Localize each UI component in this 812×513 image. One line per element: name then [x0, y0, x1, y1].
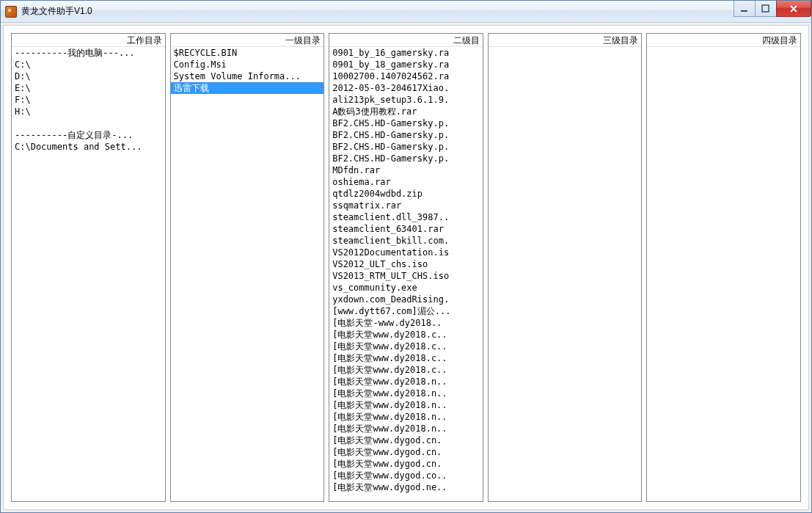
minimize-icon: [740, 4, 749, 13]
level1-item[interactable]: 迅雷下载: [171, 82, 324, 94]
column-body-workdir[interactable]: ----------我的电脑---...C:\D:\E:\F:\H:\-----…: [12, 47, 165, 501]
level1-item[interactable]: Config.Msi: [171, 59, 324, 70]
close-button[interactable]: [776, 1, 811, 17]
level2-item[interactable]: [电影天堂www.dy2018.n..: [329, 376, 483, 388]
level2-item[interactable]: BF2.CHS.HD-Gamersky.p.: [329, 117, 483, 129]
level2-item[interactable]: [电影天堂www.dygod.co..: [329, 470, 483, 481]
level2-item[interactable]: steamclient_bkill.com.: [329, 235, 483, 247]
level2-item[interactable]: [电影天堂www.dy2018.n..: [329, 399, 483, 411]
app-window: 黄龙文件助手V1.0 工作目录 ----------我的电脑---...C:\D…: [0, 0, 812, 513]
level2-item[interactable]: 10002700.1407024562.ra: [329, 70, 483, 82]
level2-item[interactable]: steamclient.dll_3987..: [329, 211, 483, 223]
column-header-workdir: 工作目录: [12, 34, 165, 47]
level2-item[interactable]: VS2012_ULT_chs.iso: [329, 258, 483, 270]
column-body-level3[interactable]: [489, 47, 642, 501]
level2-item[interactable]: [电影天堂www.dy2018.c..: [329, 364, 483, 376]
level1-item[interactable]: $RECYCLE.BIN: [171, 47, 324, 59]
column-header-level3: 三级目录: [489, 34, 642, 47]
workdir-drive[interactable]: E:\: [12, 82, 165, 94]
level2-item[interactable]: ali213pk_setup3.6.1.9.: [329, 94, 483, 106]
level2-item[interactable]: VS2012Documentation.is: [329, 247, 483, 258]
workdir-drive[interactable]: D:\: [12, 70, 165, 82]
level2-item[interactable]: [电影天堂www.dy2018.n..: [329, 423, 483, 434]
column-header-level4: 四级目录: [647, 34, 800, 47]
close-icon: [789, 4, 799, 13]
column-header-level1: 一级目录: [171, 34, 324, 47]
workdir-drive[interactable]: H:\: [12, 106, 165, 117]
workdir-section-mypc[interactable]: ----------我的电脑---...: [12, 47, 165, 59]
level2-item[interactable]: qtdlz2004wdbd.zip: [329, 188, 483, 200]
column-level4: 四级目录: [646, 33, 801, 502]
maximize-button[interactable]: [755, 1, 777, 17]
client-area: 工作目录 ----------我的电脑---...C:\D:\E:\F:\H:\…: [3, 25, 809, 510]
level2-item[interactable]: [电影天堂www.dy2018.c..: [329, 352, 483, 364]
app-icon: [5, 6, 17, 18]
spacer: [12, 117, 165, 129]
level2-item[interactable]: [电影天堂www.dy2018.n..: [329, 388, 483, 399]
level2-item[interactable]: BF2.CHS.HD-Gamersky.p.: [329, 153, 483, 164]
level2-item[interactable]: A数码3使用教程.rar: [329, 106, 483, 117]
svg-rect-1: [762, 5, 769, 12]
column-level1: 一级目录 $RECYCLE.BINConfig.MsiSystem Volume…: [170, 33, 325, 502]
column-body-level2[interactable]: 0901_by_16_gamersky.ra0901_by_18_gamersk…: [329, 47, 483, 501]
level2-item[interactable]: [电影天堂www.dygod.cn.: [329, 458, 483, 470]
column-level2: 二级目 0901_by_16_gamersky.ra0901_by_18_gam…: [329, 33, 483, 502]
workdir-section-custom[interactable]: ----------自定义目录-...: [12, 129, 165, 141]
column-workdir: 工作目录 ----------我的电脑---...C:\D:\E:\F:\H:\…: [11, 33, 166, 502]
column-header-level2: 二级目: [329, 34, 483, 47]
level2-item[interactable]: [电影天堂www.dy2018.n..: [329, 411, 483, 423]
level2-item[interactable]: MDfdn.rar: [329, 164, 483, 176]
column-level3: 三级目录: [488, 33, 643, 502]
workdir-custom-path[interactable]: C:\Documents and Sett...: [12, 141, 165, 153]
window-buttons: [734, 1, 811, 17]
level2-item[interactable]: [电影天堂www.dygod.ne..: [329, 481, 483, 493]
level2-item[interactable]: BF2.CHS.HD-Gamersky.p.: [329, 141, 483, 153]
minimize-button[interactable]: [734, 1, 756, 17]
level2-item[interactable]: [电影天堂www.dygod.cn.: [329, 446, 483, 458]
level2-item[interactable]: 0901_by_18_gamersky.ra: [329, 59, 483, 70]
level2-item[interactable]: [www.dytt67.com]湄公...: [329, 305, 483, 317]
window-title: 黄龙文件助手V1.0: [21, 5, 92, 18]
maximize-icon: [761, 4, 770, 13]
level1-item[interactable]: System Volume Informa...: [171, 70, 324, 82]
level2-item[interactable]: oshiema.rar: [329, 176, 483, 188]
titlebar[interactable]: 黄龙文件助手V1.0: [1, 1, 811, 23]
workdir-drive[interactable]: F:\: [12, 94, 165, 106]
level2-item[interactable]: ssqmatrix.rar: [329, 200, 483, 211]
level2-item[interactable]: [电影天堂www.dy2018.c..: [329, 329, 483, 341]
level2-item[interactable]: [电影天堂www.dy2018.c..: [329, 341, 483, 352]
level2-item[interactable]: vs_community.exe: [329, 282, 483, 294]
column-body-level4[interactable]: [647, 47, 800, 501]
level2-item[interactable]: steamclient_63401.rar: [329, 223, 483, 235]
level2-item[interactable]: [电影天堂www.dygod.cn.: [329, 434, 483, 446]
level2-item[interactable]: yxdown.com_DeadRising.: [329, 294, 483, 305]
level2-item[interactable]: VS2013_RTM_ULT_CHS.iso: [329, 270, 483, 282]
level2-item[interactable]: 2012-05-03-204617Xiao.: [329, 82, 483, 94]
level2-item[interactable]: BF2.CHS.HD-Gamersky.p.: [329, 129, 483, 141]
level2-item[interactable]: 0901_by_16_gamersky.ra: [329, 47, 483, 59]
workdir-drive[interactable]: C:\: [12, 59, 165, 70]
overflow-filler: [329, 493, 483, 494]
level2-item[interactable]: [电影天堂-www.dy2018..: [329, 317, 483, 329]
svg-rect-0: [741, 10, 747, 12]
column-body-level1[interactable]: $RECYCLE.BINConfig.MsiSystem Volume Info…: [171, 47, 324, 501]
